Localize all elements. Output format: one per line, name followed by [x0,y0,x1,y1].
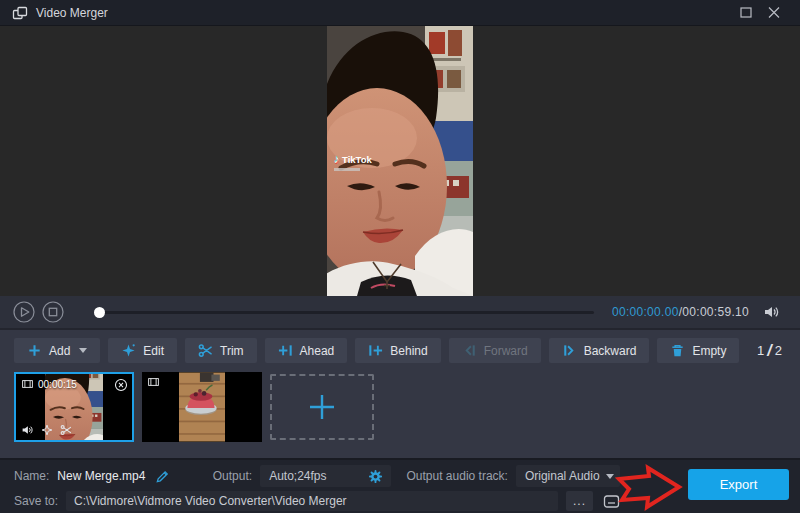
chevron-down-icon [606,474,614,479]
add-button-label: Add [49,344,70,358]
seek-handle[interactable] [94,307,105,318]
video-preview-area: ♪ ♪ ♪ TikTok [0,26,800,296]
audio-track-label: Output audio track: [407,469,508,483]
rename-button[interactable] [153,469,172,484]
clip-item-2[interactable] [142,372,262,442]
save-path-field[interactable]: C:\Vidmore\Vidmore Video Converter\Video… [66,491,558,511]
output-settings-button[interactable] [366,469,385,484]
clip-edit-icon[interactable] [41,424,53,436]
magic-wand-icon [121,343,136,358]
open-folder-icon [603,494,620,509]
trim-button-label: Trim [220,344,244,358]
ahead-button-label: Ahead [300,344,335,358]
stop-button[interactable] [41,300,65,324]
browse-button[interactable]: ... [566,491,593,511]
insert-ahead-icon [278,343,293,358]
trim-button[interactable]: Trim [185,338,257,363]
output-format-field[interactable]: Auto;24fps [260,465,390,487]
page-separator: / [767,342,771,360]
behind-button-label: Behind [390,344,427,358]
play-button[interactable] [12,300,36,324]
name-label: Name: [14,469,49,483]
clip-remove-button[interactable] [114,378,128,392]
plus-icon [308,393,336,421]
trash-icon [670,343,685,358]
film-icon [147,376,160,388]
clip-audio-icon[interactable] [21,424,34,436]
move-backward-icon [562,343,577,358]
add-clip-placeholder[interactable] [270,374,374,440]
page-indicator: 1/2 [757,342,782,360]
audio-track-dropdown[interactable]: Original Audio [516,465,620,487]
scissors-icon [198,343,213,358]
edit-button[interactable]: Edit [108,338,177,363]
transport-bar: 00:00:00.00/00:00:59.10 [0,296,800,328]
clip-2-thumbnail [179,372,225,442]
pencil-icon [155,469,170,484]
ahead-button[interactable]: Ahead [265,338,348,363]
gear-icon [368,469,383,484]
close-circle-icon [114,378,128,392]
page-total: 2 [775,343,782,358]
output-settings-row: Name: New Merge.mp4 Output: Auto;24fps O… [0,460,800,489]
move-forward-icon [462,343,477,358]
clip-tool-icons [21,424,72,436]
save-path-value: C:\Vidmore\Vidmore Video Converter\Video… [74,494,347,508]
empty-button[interactable]: Empty [657,338,739,363]
open-folder-button[interactable] [601,494,622,509]
film-icon [21,378,34,390]
behind-button[interactable]: Behind [355,338,440,363]
clip-toolbar: Add Edit Trim Ahead Behind Forward [0,330,800,363]
titlebar: Video Merger [0,0,800,26]
seek-track[interactable] [94,311,594,314]
backward-button-label: Backward [584,344,637,358]
clip-duration-badge: 00:00:15 [21,378,77,390]
clip-trim-icon[interactable] [60,424,72,436]
clip-item-1[interactable]: 00:00:15 [14,372,134,442]
close-button[interactable] [760,1,788,25]
output-format-value: Auto;24fps [269,469,326,483]
merge-name-value: New Merge.mp4 [57,469,145,483]
video-merger-window: Video Merger [0,0,800,513]
window-title: Video Merger [36,6,108,20]
forward-button[interactable]: Forward [449,338,541,363]
clip-2-film-badge [147,376,160,388]
plus-icon [27,343,42,358]
audio-track-value: Original Audio [525,469,600,483]
backward-button[interactable]: Backward [549,338,650,363]
edit-button-label: Edit [143,344,164,358]
time-display: 00:00:00.00/00:00:59.10 [612,305,749,319]
current-time: 00:00:00.00 [612,305,679,319]
add-button[interactable]: Add [14,338,100,363]
chevron-down-icon [79,348,87,353]
total-time: 00:00:59.10 [682,305,749,319]
svg-text:TikTok: TikTok [342,154,372,165]
export-button[interactable]: Export [688,469,789,500]
clip-panel: Add Edit Trim Ahead Behind Forward [0,328,800,458]
page-current: 1 [757,343,764,358]
maximize-button[interactable] [732,1,760,25]
insert-behind-icon [368,343,383,358]
merge-icon [12,5,28,21]
empty-button-label: Empty [692,344,726,358]
clip-duration-text: 00:00:15 [38,379,77,390]
video-frame: ♪ ♪ ♪ TikTok [327,26,473,296]
save-to-row: Save to: C:\Vidmore\Vidmore Video Conver… [0,489,800,513]
seek-slider[interactable] [94,305,594,319]
save-to-label: Save to: [14,494,58,508]
output-label: Output: [213,469,252,483]
volume-button[interactable] [759,300,783,324]
footer-bar: Name: New Merge.mp4 Output: Auto;24fps O… [0,458,800,513]
svg-text:♪: ♪ [334,153,340,165]
clip-strip: 00:00:15 [14,372,800,442]
forward-button-label: Forward [484,344,528,358]
